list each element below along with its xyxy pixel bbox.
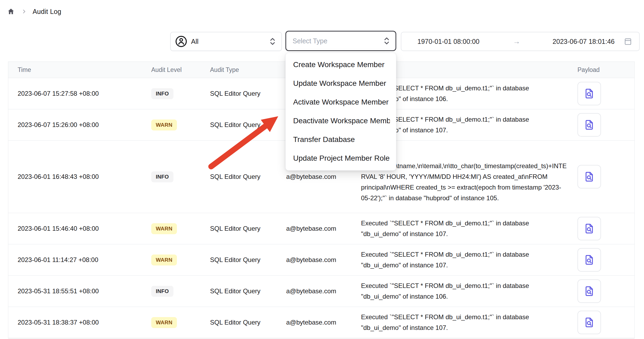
audit-level-cell: WARN [151, 223, 210, 234]
actor-cell: a@bytebase.com [286, 256, 361, 264]
payload-cell [567, 311, 634, 334]
audit-level-badge: WARN [151, 120, 177, 130]
user-circle-icon [175, 35, 187, 48]
type-menu-item-label: Transfer Database [293, 135, 355, 144]
table-row: 2023-05-31 18:55:51 +08:00 INFO SQL Edit… [8, 276, 634, 307]
arrow-right-icon: → [498, 37, 535, 46]
breadcrumb: Audit Log [6, 7, 61, 16]
audit-level-cell: INFO [151, 88, 210, 99]
audit-level-cell: INFO [151, 171, 210, 182]
type-menu-item-label: Update Project Member Role [293, 154, 390, 163]
comment-cell: Executed `"SELECT * FROM db_ui_demo.t1;"… [361, 307, 567, 338]
type-menu-item-label: Activate Workspace Member [293, 98, 389, 106]
column-header-time: Time [18, 66, 151, 74]
type-menu-item[interactable]: Activate Workspace Member [286, 93, 396, 111]
column-header-audit-level: Audit Level [151, 66, 210, 74]
view-payload-button[interactable] [577, 279, 601, 303]
actor-cell: a@bytebase.com [286, 287, 361, 295]
time-cell: 2023-06-01 16:48:43 +08:00 [18, 173, 151, 180]
view-payload-button[interactable] [577, 82, 601, 105]
date-range-picker[interactable]: 1970-01-01 08:00:00 → 2023-06-07 18:01:4… [401, 32, 640, 51]
audit-type-cell: SQL Editor Query [210, 121, 286, 129]
audit-level-cell: WARN [151, 317, 210, 328]
view-payload-button[interactable] [577, 217, 601, 240]
actor-filter-value: All [191, 38, 199, 45]
date-range-end: 2023-06-07 18:01:46 [553, 38, 615, 45]
updown-chevrons-icon [383, 37, 390, 45]
table-row: 2023-06-01 11:14:27 +08:00 WARN SQL Edit… [8, 244, 634, 276]
updown-chevrons-icon [269, 37, 276, 46]
payload-cell [567, 279, 634, 303]
type-menu-item[interactable]: Update Project Member Role [286, 149, 396, 168]
comment-cell: Executed `"SELECT * FROM db_ui_demo.t1;"… [361, 213, 567, 244]
document-search-icon [583, 87, 595, 100]
audit-level-cell: WARN [151, 255, 210, 265]
table-row: 2023-05-31 18:38:37 +08:00 WARN SQL Edit… [8, 307, 634, 338]
actor-cell: a@bytebase.com [286, 173, 361, 180]
date-range-start: 1970-01-01 08:00:00 [417, 38, 479, 45]
time-cell: 2023-06-07 15:26:00 +08:00 [18, 121, 151, 129]
audit-level-badge: WARN [151, 223, 177, 234]
audit-type-cell: SQL Editor Query [210, 256, 286, 264]
type-menu-item[interactable]: Transfer Database [286, 130, 396, 149]
audit-level-cell: INFO [151, 286, 210, 297]
view-payload-button[interactable] [577, 113, 601, 137]
audit-type-cell: SQL Editor Query [210, 173, 286, 180]
calendar-icon [624, 37, 632, 46]
view-payload-button[interactable] [577, 311, 601, 334]
type-menu-item[interactable]: Update Workspace Member [286, 74, 396, 93]
table-row: 2023-06-01 15:46:40 +08:00 WARN SQL Edit… [8, 213, 634, 244]
type-menu-item[interactable]: Create Workspace Member [286, 55, 396, 74]
audit-type-cell: SQL Editor Query [210, 225, 286, 232]
payload-cell [567, 217, 634, 240]
audit-level-badge: INFO [151, 171, 173, 182]
document-search-icon [583, 222, 595, 235]
comment-cell: Executed `"SELECT * FROM db_ui_demo.t1;"… [361, 276, 567, 307]
type-menu-item-label: Deactivate Workspace Member [293, 117, 390, 125]
view-payload-button[interactable] [577, 165, 601, 188]
payload-cell [567, 82, 634, 105]
time-cell: 2023-05-31 18:55:51 +08:00 [18, 287, 151, 295]
audit-level-cell: WARN [151, 120, 210, 130]
type-menu-item-label: Create Workspace Member [293, 60, 385, 69]
document-search-icon [583, 253, 595, 267]
audit-level-badge: INFO [151, 88, 173, 99]
type-menu-item[interactable]: Deactivate Workspace Member [286, 111, 396, 130]
audit-type-cell: SQL Editor Query [210, 319, 286, 326]
document-search-icon [583, 170, 595, 183]
chevron-right-icon [21, 9, 27, 14]
audit-level-badge: WARN [151, 255, 177, 265]
home-icon[interactable] [6, 7, 15, 16]
page-title: Audit Log [33, 8, 61, 16]
actor-filter-select[interactable]: All [170, 32, 282, 51]
comment-cell: Executed `"SELECT * FROM db_ui_demo.t1;"… [361, 244, 567, 275]
type-filter-placeholder: Select Type [293, 37, 327, 45]
document-search-icon [583, 118, 595, 132]
type-filter-select[interactable]: Select Type [285, 31, 396, 51]
actor-cell: a@bytebase.com [286, 225, 361, 232]
column-header-payload: Payload [567, 66, 634, 74]
time-cell: 2023-06-07 15:27:58 +08:00 [18, 90, 151, 97]
audit-level-badge: INFO [151, 286, 173, 297]
payload-cell [567, 165, 634, 188]
audit-log-page: Audit Log All Select Type 1970-01-01 08:… [0, 0, 644, 339]
type-menu-item-label: Update Workspace Member [293, 79, 386, 88]
column-header-audit-type: Audit Type [210, 66, 286, 74]
actor-cell: a@bytebase.com [286, 319, 361, 326]
payload-cell [567, 248, 634, 272]
view-payload-button[interactable] [577, 248, 601, 272]
time-cell: 2023-05-31 18:38:37 +08:00 [18, 319, 151, 326]
audit-level-badge: WARN [151, 317, 177, 328]
time-cell: 2023-06-01 15:46:40 +08:00 [18, 225, 151, 232]
type-select-dropdown: Create Workspace MemberUpdate Workspace … [285, 53, 396, 171]
audit-type-cell: SQL Editor Query [210, 90, 286, 97]
time-cell: 2023-06-01 11:14:27 +08:00 [18, 256, 151, 264]
payload-cell [567, 113, 634, 137]
document-search-icon [583, 316, 595, 329]
audit-type-cell: SQL Editor Query [210, 287, 286, 295]
document-search-icon [583, 284, 595, 298]
